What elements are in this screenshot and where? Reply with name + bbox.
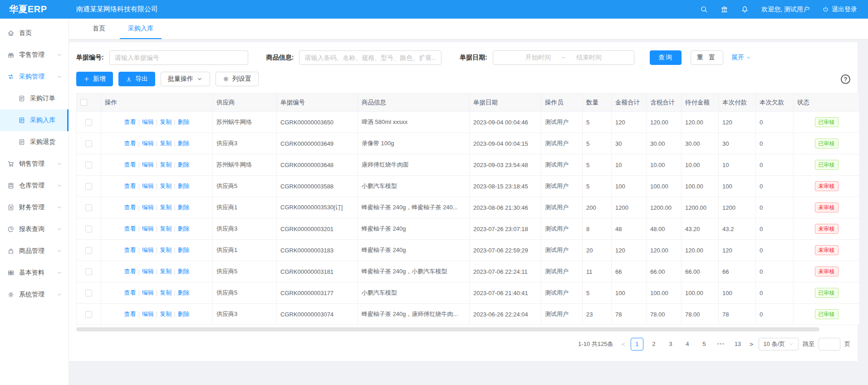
row-checkbox[interactable] xyxy=(85,119,92,126)
sidebar-item-销售管理[interactable]: 销售管理 xyxy=(0,153,69,175)
sidebar-item-采购退货[interactable]: 采购退货 xyxy=(0,131,69,153)
operation-link-查看[interactable]: 查看 xyxy=(124,247,136,253)
reset-button[interactable]: 重 置 xyxy=(691,50,723,65)
help-icon[interactable]: ? xyxy=(841,74,850,84)
operation-link-删除[interactable]: 删除 xyxy=(178,204,190,211)
sidebar-item-采购订单[interactable]: 采购订单 xyxy=(0,88,69,109)
scrollbar-thumb[interactable] xyxy=(76,327,819,331)
date-start-placeholder[interactable]: 开始时间 xyxy=(525,54,551,62)
row-checkbox[interactable] xyxy=(85,140,92,147)
operation-link-编辑[interactable]: 编辑 xyxy=(142,204,154,211)
operation-link-复制[interactable]: 复制 xyxy=(160,289,172,296)
operation-link-复制[interactable]: 复制 xyxy=(160,268,172,275)
operation-link-删除[interactable]: 删除 xyxy=(178,183,190,189)
operation-link-查看[interactable]: 查看 xyxy=(124,118,136,125)
cell-status: 未审核 xyxy=(794,261,860,282)
select-all-checkbox[interactable] xyxy=(80,99,87,106)
cell-supplier: 供应商5 xyxy=(213,282,277,304)
operation-link-删除[interactable]: 删除 xyxy=(178,268,190,275)
notification-bell-icon[interactable] xyxy=(741,5,749,13)
jump-page-input[interactable] xyxy=(819,338,840,350)
add-button[interactable]: 新增 xyxy=(76,72,113,86)
operation-link-编辑[interactable]: 编辑 xyxy=(142,161,154,168)
page-button-2[interactable]: 2 xyxy=(647,338,660,350)
operation-link-复制[interactable]: 复制 xyxy=(160,204,172,211)
operation-link-查看[interactable]: 查看 xyxy=(124,204,136,211)
download-icon xyxy=(126,76,132,82)
operation-link-编辑[interactable]: 编辑 xyxy=(142,311,154,317)
row-checkbox[interactable] xyxy=(85,204,92,211)
operation-link-查看[interactable]: 查看 xyxy=(124,225,136,232)
operation-link-编辑[interactable]: 编辑 xyxy=(142,289,154,296)
operation-link-删除[interactable]: 删除 xyxy=(178,140,190,147)
operation-separator: | xyxy=(174,161,175,168)
operation-link-查看[interactable]: 查看 xyxy=(124,183,136,189)
operation-link-删除[interactable]: 删除 xyxy=(178,289,190,296)
operation-link-编辑[interactable]: 编辑 xyxy=(142,183,154,189)
sidebar-item-采购管理[interactable]: 采购管理 xyxy=(0,66,69,88)
row-checkbox[interactable] xyxy=(85,226,92,232)
operation-link-查看[interactable]: 查看 xyxy=(124,161,136,168)
row-checkbox[interactable] xyxy=(85,162,92,168)
operation-link-删除[interactable]: 删除 xyxy=(178,161,190,168)
operation-link-复制[interactable]: 复制 xyxy=(160,140,172,147)
date-range-input[interactable]: 开始时间 ~ 结束时间 xyxy=(493,50,634,65)
sidebar-item-系统管理[interactable]: 系统管理 xyxy=(0,284,69,306)
operation-link-删除[interactable]: 删除 xyxy=(178,225,190,232)
page-button-3[interactable]: 3 xyxy=(664,338,677,350)
row-checkbox[interactable] xyxy=(85,247,92,254)
operation-link-编辑[interactable]: 编辑 xyxy=(142,225,154,232)
operation-link-查看[interactable]: 查看 xyxy=(124,268,136,275)
column-settings-button[interactable]: 列设置 xyxy=(216,72,259,86)
operation-link-复制[interactable]: 复制 xyxy=(160,311,172,317)
operation-link-编辑[interactable]: 编辑 xyxy=(142,140,154,147)
page-button-13[interactable]: 13 xyxy=(731,338,744,350)
operation-link-编辑[interactable]: 编辑 xyxy=(142,118,154,125)
horizontal-scrollbar[interactable] xyxy=(76,327,850,331)
search-icon[interactable] xyxy=(700,5,708,13)
row-checkbox[interactable] xyxy=(85,290,92,296)
operation-link-删除[interactable]: 删除 xyxy=(178,311,190,317)
page-button-1[interactable]: 1 xyxy=(631,338,643,350)
page-size-select[interactable]: 10 条/页 xyxy=(759,338,799,350)
platform-bank-icon[interactable] xyxy=(721,5,728,13)
tab-首页[interactable]: 首页 xyxy=(84,19,113,39)
sidebar-item-报表查询[interactable]: 报表查询 xyxy=(0,218,69,240)
row-checkbox[interactable] xyxy=(85,268,92,275)
operation-link-编辑[interactable]: 编辑 xyxy=(142,268,154,275)
sidebar-item-财务管理[interactable]: 财务管理 xyxy=(0,197,69,218)
operation-link-复制[interactable]: 复制 xyxy=(160,161,172,168)
operation-link-复制[interactable]: 复制 xyxy=(160,247,172,253)
operation-link-删除[interactable]: 删除 xyxy=(178,247,190,253)
tab-采购入库[interactable]: 采购入库 xyxy=(120,19,162,39)
sidebar-item-首页[interactable]: 首页 xyxy=(0,22,69,44)
product-info-input[interactable] xyxy=(299,50,441,65)
operation-link-删除[interactable]: 删除 xyxy=(178,118,190,125)
export-button[interactable]: 导出 xyxy=(118,72,155,86)
prev-page-button[interactable]: < xyxy=(620,341,626,348)
sidebar-item-仓库管理[interactable]: 仓库管理 xyxy=(0,175,69,197)
batch-operation-button[interactable]: 批量操作 xyxy=(161,72,210,86)
operation-separator: | xyxy=(156,268,157,275)
operation-link-查看[interactable]: 查看 xyxy=(124,140,136,147)
operation-link-复制[interactable]: 复制 xyxy=(160,118,172,125)
sidebar-item-商品管理[interactable]: 商品管理 xyxy=(0,240,69,262)
bill-no-input[interactable] xyxy=(109,50,248,65)
sidebar-item-基本资料[interactable]: 基本资料 xyxy=(0,262,69,284)
operation-link-查看[interactable]: 查看 xyxy=(124,311,136,317)
logout-button[interactable]: 退出登录 xyxy=(822,5,857,14)
next-page-button[interactable]: > xyxy=(748,341,755,348)
expand-link[interactable]: 展开 xyxy=(731,54,751,62)
operation-link-查看[interactable]: 查看 xyxy=(124,289,136,296)
operation-link-复制[interactable]: 复制 xyxy=(160,183,172,189)
date-end-placeholder[interactable]: 结束时间 xyxy=(576,54,602,62)
sidebar-item-采购入库[interactable]: 采购入库 xyxy=(0,109,69,131)
row-checkbox[interactable] xyxy=(85,183,92,190)
sidebar-item-零售管理[interactable]: 零售管理 xyxy=(0,44,69,66)
page-button-4[interactable]: 4 xyxy=(681,338,694,350)
row-checkbox[interactable] xyxy=(85,311,92,318)
search-button[interactable]: 查询 xyxy=(650,50,682,65)
operation-link-编辑[interactable]: 编辑 xyxy=(142,247,154,253)
operation-link-复制[interactable]: 复制 xyxy=(160,225,172,232)
page-button-5[interactable]: 5 xyxy=(698,338,711,350)
